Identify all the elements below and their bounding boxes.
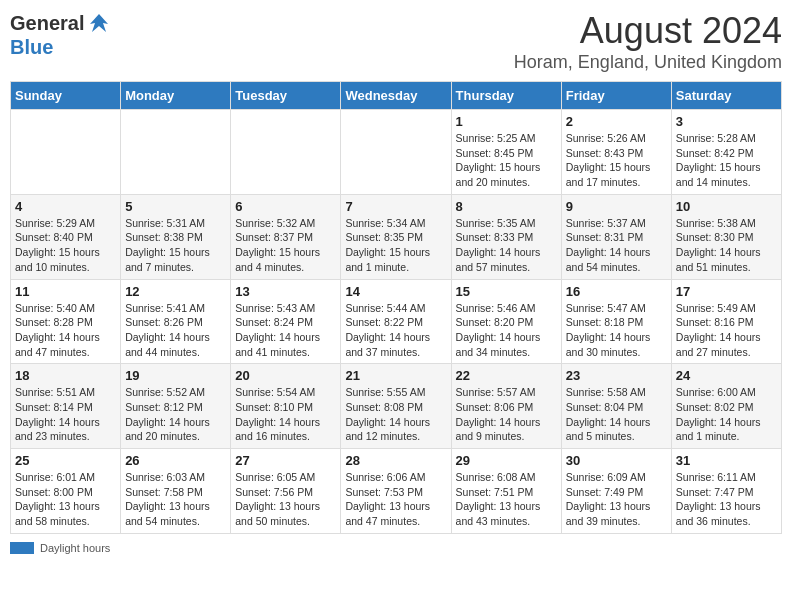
- day-header-sunday: Sunday: [11, 82, 121, 110]
- day-cell: 16Sunrise: 5:47 AM Sunset: 8:18 PM Dayli…: [561, 279, 671, 364]
- day-number: 13: [235, 284, 336, 299]
- day-info: Sunrise: 6:00 AM Sunset: 8:02 PM Dayligh…: [676, 385, 777, 444]
- day-info: Sunrise: 5:44 AM Sunset: 8:22 PM Dayligh…: [345, 301, 446, 360]
- day-info: Sunrise: 6:03 AM Sunset: 7:58 PM Dayligh…: [125, 470, 226, 529]
- week-row-1: 1Sunrise: 5:25 AM Sunset: 8:45 PM Daylig…: [11, 110, 782, 195]
- day-cell: 13Sunrise: 5:43 AM Sunset: 8:24 PM Dayli…: [231, 279, 341, 364]
- day-number: 23: [566, 368, 667, 383]
- day-header-saturday: Saturday: [671, 82, 781, 110]
- day-number: 18: [15, 368, 116, 383]
- day-number: 26: [125, 453, 226, 468]
- day-number: 25: [15, 453, 116, 468]
- day-cell: 24Sunrise: 6:00 AM Sunset: 8:02 PM Dayli…: [671, 364, 781, 449]
- day-info: Sunrise: 6:09 AM Sunset: 7:49 PM Dayligh…: [566, 470, 667, 529]
- legend-label: Daylight hours: [40, 542, 110, 554]
- logo-bird-icon: [86, 10, 112, 36]
- day-info: Sunrise: 5:40 AM Sunset: 8:28 PM Dayligh…: [15, 301, 116, 360]
- header-row: SundayMondayTuesdayWednesdayThursdayFrid…: [11, 82, 782, 110]
- day-cell: 26Sunrise: 6:03 AM Sunset: 7:58 PM Dayli…: [121, 449, 231, 534]
- day-info: Sunrise: 6:08 AM Sunset: 7:51 PM Dayligh…: [456, 470, 557, 529]
- day-cell: 27Sunrise: 6:05 AM Sunset: 7:56 PM Dayli…: [231, 449, 341, 534]
- day-cell: [341, 110, 451, 195]
- day-cell: 31Sunrise: 6:11 AM Sunset: 7:47 PM Dayli…: [671, 449, 781, 534]
- day-number: 2: [566, 114, 667, 129]
- day-number: 4: [15, 199, 116, 214]
- day-cell: 14Sunrise: 5:44 AM Sunset: 8:22 PM Dayli…: [341, 279, 451, 364]
- day-header-monday: Monday: [121, 82, 231, 110]
- day-number: 5: [125, 199, 226, 214]
- day-cell: 3Sunrise: 5:28 AM Sunset: 8:42 PM Daylig…: [671, 110, 781, 195]
- day-cell: 12Sunrise: 5:41 AM Sunset: 8:26 PM Dayli…: [121, 279, 231, 364]
- day-number: 29: [456, 453, 557, 468]
- day-info: Sunrise: 5:54 AM Sunset: 8:10 PM Dayligh…: [235, 385, 336, 444]
- day-info: Sunrise: 5:35 AM Sunset: 8:33 PM Dayligh…: [456, 216, 557, 275]
- day-number: 27: [235, 453, 336, 468]
- svg-marker-0: [90, 14, 108, 32]
- day-cell: 10Sunrise: 5:38 AM Sunset: 8:30 PM Dayli…: [671, 194, 781, 279]
- day-info: Sunrise: 5:47 AM Sunset: 8:18 PM Dayligh…: [566, 301, 667, 360]
- day-info: Sunrise: 6:01 AM Sunset: 8:00 PM Dayligh…: [15, 470, 116, 529]
- day-cell: 21Sunrise: 5:55 AM Sunset: 8:08 PM Dayli…: [341, 364, 451, 449]
- logo: General Blue: [10, 10, 112, 59]
- day-cell: 23Sunrise: 5:58 AM Sunset: 8:04 PM Dayli…: [561, 364, 671, 449]
- day-number: 15: [456, 284, 557, 299]
- day-cell: 19Sunrise: 5:52 AM Sunset: 8:12 PM Dayli…: [121, 364, 231, 449]
- day-number: 20: [235, 368, 336, 383]
- legend-bar-icon: [10, 542, 34, 554]
- day-cell: 6Sunrise: 5:32 AM Sunset: 8:37 PM Daylig…: [231, 194, 341, 279]
- logo-general: General: [10, 12, 84, 35]
- day-number: 10: [676, 199, 777, 214]
- day-info: Sunrise: 5:29 AM Sunset: 8:40 PM Dayligh…: [15, 216, 116, 275]
- day-cell: 28Sunrise: 6:06 AM Sunset: 7:53 PM Dayli…: [341, 449, 451, 534]
- day-header-thursday: Thursday: [451, 82, 561, 110]
- day-number: 28: [345, 453, 446, 468]
- day-cell: 9Sunrise: 5:37 AM Sunset: 8:31 PM Daylig…: [561, 194, 671, 279]
- legend: Daylight hours: [10, 542, 782, 554]
- day-number: 16: [566, 284, 667, 299]
- day-header-friday: Friday: [561, 82, 671, 110]
- day-number: 12: [125, 284, 226, 299]
- day-number: 9: [566, 199, 667, 214]
- day-number: 3: [676, 114, 777, 129]
- main-title: August 2024: [514, 10, 782, 52]
- calendar-header: SundayMondayTuesdayWednesdayThursdayFrid…: [11, 82, 782, 110]
- day-info: Sunrise: 5:34 AM Sunset: 8:35 PM Dayligh…: [345, 216, 446, 275]
- week-row-3: 11Sunrise: 5:40 AM Sunset: 8:28 PM Dayli…: [11, 279, 782, 364]
- day-number: 17: [676, 284, 777, 299]
- day-number: 11: [15, 284, 116, 299]
- calendar-body: 1Sunrise: 5:25 AM Sunset: 8:45 PM Daylig…: [11, 110, 782, 534]
- day-number: 7: [345, 199, 446, 214]
- day-info: Sunrise: 5:55 AM Sunset: 8:08 PM Dayligh…: [345, 385, 446, 444]
- day-header-tuesday: Tuesday: [231, 82, 341, 110]
- day-cell: 17Sunrise: 5:49 AM Sunset: 8:16 PM Dayli…: [671, 279, 781, 364]
- day-cell: 4Sunrise: 5:29 AM Sunset: 8:40 PM Daylig…: [11, 194, 121, 279]
- day-info: Sunrise: 5:38 AM Sunset: 8:30 PM Dayligh…: [676, 216, 777, 275]
- day-cell: 20Sunrise: 5:54 AM Sunset: 8:10 PM Dayli…: [231, 364, 341, 449]
- day-cell: 30Sunrise: 6:09 AM Sunset: 7:49 PM Dayli…: [561, 449, 671, 534]
- calendar-table: SundayMondayTuesdayWednesdayThursdayFrid…: [10, 81, 782, 534]
- day-number: 31: [676, 453, 777, 468]
- day-info: Sunrise: 5:32 AM Sunset: 8:37 PM Dayligh…: [235, 216, 336, 275]
- day-number: 24: [676, 368, 777, 383]
- day-info: Sunrise: 5:46 AM Sunset: 8:20 PM Dayligh…: [456, 301, 557, 360]
- day-cell: 29Sunrise: 6:08 AM Sunset: 7:51 PM Dayli…: [451, 449, 561, 534]
- week-row-5: 25Sunrise: 6:01 AM Sunset: 8:00 PM Dayli…: [11, 449, 782, 534]
- day-info: Sunrise: 5:37 AM Sunset: 8:31 PM Dayligh…: [566, 216, 667, 275]
- day-number: 8: [456, 199, 557, 214]
- day-info: Sunrise: 6:06 AM Sunset: 7:53 PM Dayligh…: [345, 470, 446, 529]
- logo-blue: Blue: [10, 36, 53, 58]
- day-number: 21: [345, 368, 446, 383]
- day-info: Sunrise: 5:57 AM Sunset: 8:06 PM Dayligh…: [456, 385, 557, 444]
- day-info: Sunrise: 5:26 AM Sunset: 8:43 PM Dayligh…: [566, 131, 667, 190]
- day-cell: 8Sunrise: 5:35 AM Sunset: 8:33 PM Daylig…: [451, 194, 561, 279]
- day-number: 14: [345, 284, 446, 299]
- day-info: Sunrise: 5:31 AM Sunset: 8:38 PM Dayligh…: [125, 216, 226, 275]
- day-cell: 7Sunrise: 5:34 AM Sunset: 8:35 PM Daylig…: [341, 194, 451, 279]
- title-area: August 2024 Horam, England, United Kingd…: [514, 10, 782, 73]
- day-info: Sunrise: 5:49 AM Sunset: 8:16 PM Dayligh…: [676, 301, 777, 360]
- day-cell: [231, 110, 341, 195]
- day-cell: 1Sunrise: 5:25 AM Sunset: 8:45 PM Daylig…: [451, 110, 561, 195]
- day-info: Sunrise: 6:05 AM Sunset: 7:56 PM Dayligh…: [235, 470, 336, 529]
- day-number: 6: [235, 199, 336, 214]
- day-number: 30: [566, 453, 667, 468]
